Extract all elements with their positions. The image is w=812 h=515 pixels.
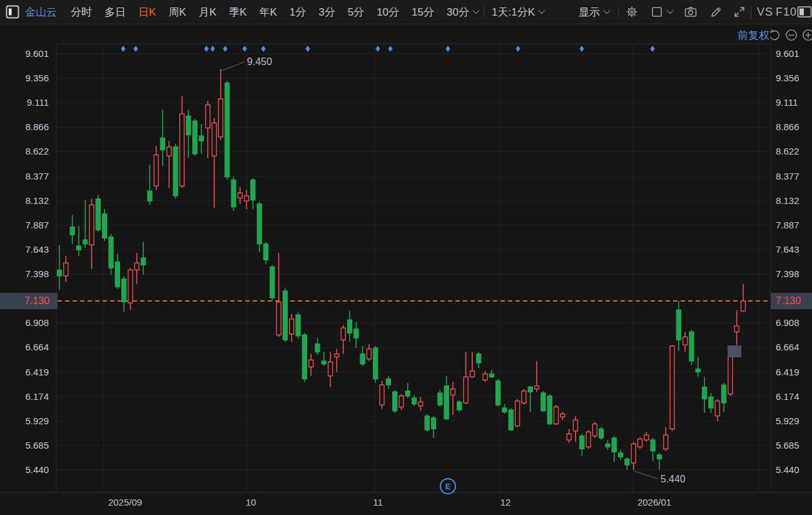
undo-icon[interactable] <box>768 28 781 42</box>
window-panel-icon[interactable] <box>5 4 20 19</box>
current-price-value: 7.130 <box>24 295 49 307</box>
diamond-event-marker[interactable] <box>121 46 125 52</box>
tab-1分[interactable]: 1分 <box>290 5 306 19</box>
candle-body <box>586 432 591 447</box>
display-menu[interactable]: 显示 <box>579 0 609 24</box>
diamond-event-marker[interactable] <box>261 46 265 52</box>
diamond-event-marker[interactable] <box>305 46 310 52</box>
diamond-event-marker[interactable] <box>515 46 520 52</box>
candle-body <box>425 416 429 430</box>
y-axis-label: 9.356 <box>0 73 49 84</box>
vs-button[interactable]: VS <box>757 0 773 24</box>
candle-body <box>644 435 649 440</box>
period-selector[interactable]: 1天:1分K <box>492 0 544 24</box>
right-panel-icon[interactable] <box>797 4 812 19</box>
fullscreen-icon[interactable] <box>732 4 747 19</box>
candle-body <box>354 329 358 338</box>
candle-body <box>315 344 320 352</box>
diamond-event-marker[interactable] <box>388 46 392 52</box>
candle-body <box>657 455 661 459</box>
candle-body <box>502 408 507 412</box>
candle-body <box>399 396 403 407</box>
y-axis-label: 6.419 <box>776 367 812 378</box>
candle-body <box>199 136 203 141</box>
y-axis-label: 6.664 <box>0 342 49 353</box>
candle-body <box>64 263 68 276</box>
tab-季K[interactable]: 季K <box>229 5 246 19</box>
tab-label: 5分 <box>348 5 364 19</box>
y-axis-label: 8.132 <box>776 195 812 207</box>
candle-body <box>231 180 236 207</box>
diamond-event-marker[interactable] <box>223 46 227 52</box>
tab-日K[interactable]: 日K <box>138 5 156 19</box>
tab-周K[interactable]: 周K <box>168 5 186 19</box>
tab-分时[interactable]: 分时 <box>71 5 92 19</box>
candle-body <box>676 310 681 340</box>
zoom-out-icon[interactable] <box>784 28 798 42</box>
candle-body <box>263 244 268 260</box>
earnings-event-marker[interactable]: E <box>440 478 456 494</box>
tab-label: 10分 <box>377 5 399 19</box>
candle-body <box>631 444 636 462</box>
candle-body <box>70 227 74 235</box>
y-axis-label: 6.174 <box>776 391 812 402</box>
pencil-icon[interactable] <box>709 4 724 19</box>
zoom-in-icon[interactable] <box>801 28 812 42</box>
candle-body <box>450 389 455 395</box>
x-axis-label: 2026/01 <box>637 497 671 507</box>
y-axis-label: 5.685 <box>0 440 49 451</box>
diamond-event-marker[interactable] <box>579 46 584 52</box>
top-toolbar: 金山云 分时多日日K周K月K季K年K1分3分5分10分15分30分 1天:1分K… <box>0 0 812 24</box>
candle-body <box>386 379 390 385</box>
y-axis-label: 7.643 <box>0 244 49 255</box>
candle-body <box>541 393 546 411</box>
y-axis-label: 6.908 <box>0 317 49 329</box>
adjustment-mode-button[interactable]: 前复权 <box>719 28 769 43</box>
diamond-event-marker[interactable] <box>242 46 246 52</box>
candle-body <box>734 326 739 332</box>
tab-10分[interactable]: 10分 <box>377 5 399 19</box>
tab-年K[interactable]: 年K <box>259 5 277 19</box>
f10-button[interactable]: F10 <box>776 0 797 24</box>
candle-body <box>393 392 397 410</box>
diamond-event-marker[interactable] <box>650 46 654 52</box>
diamond-event-marker[interactable] <box>204 46 208 52</box>
candle-body <box>522 391 526 403</box>
x-axis-label: 12 <box>500 497 511 507</box>
candle-body <box>670 346 674 429</box>
candle-body <box>464 377 468 403</box>
diamond-event-marker[interactable] <box>133 46 138 52</box>
candle-body <box>489 374 494 377</box>
tab-30分[interactable]: 30分 <box>447 5 479 19</box>
candle-body <box>438 393 442 405</box>
y-axis-label: 7.887 <box>0 220 49 231</box>
tab-5分[interactable]: 5分 <box>348 5 364 19</box>
candle-body <box>302 335 307 379</box>
camera-icon[interactable] <box>683 4 698 19</box>
chart-style-menu[interactable] <box>651 0 672 24</box>
current-price-badge-left: 7.130 <box>0 293 58 309</box>
current-price-value: 7.130 <box>776 295 801 307</box>
candle-body <box>483 374 487 380</box>
tab-15分[interactable]: 15分 <box>412 5 434 19</box>
candle-body <box>741 301 746 311</box>
stock-symbol[interactable]: 金山云 <box>25 0 57 24</box>
y-axis-label: 8.377 <box>0 171 49 182</box>
tab-3分[interactable]: 3分 <box>318 5 335 19</box>
candle-body <box>664 435 668 449</box>
candle-body <box>341 328 345 340</box>
candle-body <box>257 204 261 244</box>
diamond-event-marker[interactable] <box>210 46 215 52</box>
candle-body <box>419 402 423 405</box>
gear-icon[interactable] <box>624 4 639 19</box>
tab-月K[interactable]: 月K <box>199 5 216 19</box>
candle-body <box>109 237 113 268</box>
candle-body <box>689 332 694 360</box>
tab-多日[interactable]: 多日 <box>104 5 126 19</box>
diamond-event-marker[interactable] <box>445 46 450 52</box>
diamond-event-marker[interactable] <box>375 46 380 52</box>
candle-body <box>348 320 352 333</box>
chevron-down-icon <box>666 6 673 13</box>
candle-body <box>76 246 81 250</box>
y-axis-label: 9.356 <box>776 73 812 84</box>
